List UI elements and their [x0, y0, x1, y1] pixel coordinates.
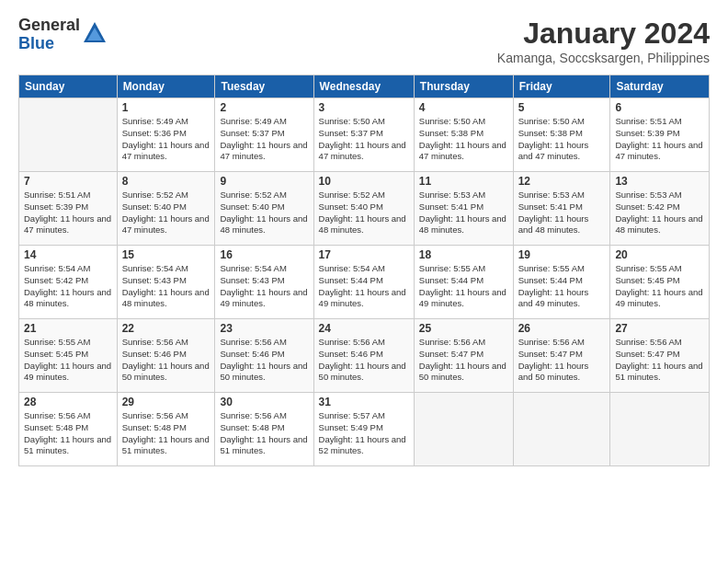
calendar-day: 15 Sunrise: 5:54 AMSunset: 5:43 PMDaylig… — [117, 246, 215, 319]
day-number: 14 — [24, 248, 112, 261]
calendar-day — [610, 393, 710, 466]
day-number: 27 — [615, 322, 704, 335]
day-number: 31 — [319, 396, 409, 408]
month-title: January 2024 — [497, 17, 710, 51]
day-info: Sunrise: 5:52 AMSunset: 5:40 PMDaylight:… — [122, 190, 210, 235]
calendar-day: 23 Sunrise: 5:56 AMSunset: 5:46 PMDaylig… — [215, 319, 313, 393]
calendar-day: 30 Sunrise: 5:56 AMSunset: 5:48 PMDaylig… — [215, 393, 313, 466]
calendar-day: 24 Sunrise: 5:56 AMSunset: 5:46 PMDaylig… — [313, 319, 414, 393]
day-number: 19 — [518, 248, 606, 261]
day-info: Sunrise: 5:56 AMSunset: 5:46 PMDaylight:… — [319, 337, 406, 382]
calendar-day: 31 Sunrise: 5:57 AMSunset: 5:49 PMDaylig… — [313, 393, 414, 466]
calendar-day: 12 Sunrise: 5:53 AMSunset: 5:41 PMDaylig… — [513, 172, 610, 246]
col-monday: Monday — [117, 75, 215, 98]
calendar-day: 13 Sunrise: 5:53 AMSunset: 5:42 PMDaylig… — [610, 172, 710, 246]
calendar-day: 8 Sunrise: 5:52 AMSunset: 5:40 PMDayligh… — [117, 172, 215, 246]
day-info: Sunrise: 5:56 AMSunset: 5:47 PMDaylight:… — [518, 337, 589, 382]
header: General Blue January 2024 Kamanga, Soccs… — [18, 17, 710, 65]
logo-icon — [82, 20, 108, 46]
col-thursday: Thursday — [414, 75, 513, 98]
day-number: 5 — [518, 101, 606, 114]
day-number: 21 — [24, 322, 112, 335]
day-info: Sunrise: 5:50 AMSunset: 5:38 PMDaylight:… — [518, 116, 589, 161]
calendar-day — [19, 98, 118, 172]
day-number: 26 — [518, 322, 606, 335]
day-info: Sunrise: 5:54 AMSunset: 5:44 PMDaylight:… — [319, 263, 406, 308]
day-info: Sunrise: 5:56 AMSunset: 5:48 PMDaylight:… — [220, 410, 307, 455]
calendar-day — [513, 393, 610, 466]
day-number: 25 — [419, 322, 508, 335]
day-number: 15 — [122, 248, 210, 261]
calendar-day: 7 Sunrise: 5:51 AMSunset: 5:39 PMDayligh… — [19, 172, 118, 246]
calendar-week-1: 1 Sunrise: 5:49 AMSunset: 5:36 PMDayligh… — [19, 98, 710, 172]
calendar-day: 4 Sunrise: 5:50 AMSunset: 5:38 PMDayligh… — [414, 98, 513, 172]
day-info: Sunrise: 5:54 AMSunset: 5:42 PMDaylight:… — [24, 263, 111, 308]
calendar: Sunday Monday Tuesday Wednesday Thursday… — [18, 75, 710, 466]
day-info: Sunrise: 5:56 AMSunset: 5:48 PMDaylight:… — [122, 410, 210, 455]
day-number: 22 — [122, 322, 210, 335]
calendar-day: 5 Sunrise: 5:50 AMSunset: 5:38 PMDayligh… — [513, 98, 610, 172]
calendar-week-4: 21 Sunrise: 5:55 AMSunset: 5:45 PMDaylig… — [19, 319, 710, 393]
calendar-day: 25 Sunrise: 5:56 AMSunset: 5:47 PMDaylig… — [414, 319, 513, 393]
calendar-day: 10 Sunrise: 5:52 AMSunset: 5:40 PMDaylig… — [313, 172, 414, 246]
calendar-week-3: 14 Sunrise: 5:54 AMSunset: 5:42 PMDaylig… — [19, 246, 710, 319]
day-info: Sunrise: 5:57 AMSunset: 5:49 PMDaylight:… — [319, 410, 406, 455]
day-number: 17 — [319, 248, 409, 261]
day-number: 23 — [220, 322, 308, 335]
day-info: Sunrise: 5:49 AMSunset: 5:36 PMDaylight:… — [122, 116, 210, 161]
day-number: 2 — [220, 101, 308, 114]
day-info: Sunrise: 5:55 AMSunset: 5:44 PMDaylight:… — [518, 263, 589, 308]
day-number: 29 — [122, 396, 210, 408]
day-info: Sunrise: 5:51 AMSunset: 5:39 PMDaylight:… — [615, 116, 702, 161]
title-block: January 2024 Kamanga, Soccsksargen, Phil… — [497, 17, 710, 65]
col-saturday: Saturday — [610, 75, 710, 98]
day-number: 8 — [122, 175, 210, 188]
calendar-day: 21 Sunrise: 5:55 AMSunset: 5:45 PMDaylig… — [19, 319, 118, 393]
calendar-day: 26 Sunrise: 5:56 AMSunset: 5:47 PMDaylig… — [513, 319, 610, 393]
day-number: 6 — [615, 101, 704, 114]
day-number: 10 — [319, 175, 409, 188]
col-wednesday: Wednesday — [313, 75, 414, 98]
calendar-day: 22 Sunrise: 5:56 AMSunset: 5:46 PMDaylig… — [117, 319, 215, 393]
calendar-week-5: 28 Sunrise: 5:56 AMSunset: 5:48 PMDaylig… — [19, 393, 710, 466]
day-info: Sunrise: 5:49 AMSunset: 5:37 PMDaylight:… — [220, 116, 307, 161]
day-number: 16 — [220, 248, 308, 261]
day-info: Sunrise: 5:51 AMSunset: 5:39 PMDaylight:… — [24, 190, 111, 235]
day-number: 13 — [615, 175, 704, 188]
day-number: 28 — [24, 396, 112, 408]
calendar-day: 3 Sunrise: 5:50 AMSunset: 5:37 PMDayligh… — [313, 98, 414, 172]
calendar-day: 9 Sunrise: 5:52 AMSunset: 5:40 PMDayligh… — [215, 172, 313, 246]
day-number: 1 — [122, 101, 210, 114]
day-info: Sunrise: 5:52 AMSunset: 5:40 PMDaylight:… — [319, 190, 406, 235]
calendar-day: 14 Sunrise: 5:54 AMSunset: 5:42 PMDaylig… — [19, 246, 118, 319]
calendar-week-2: 7 Sunrise: 5:51 AMSunset: 5:39 PMDayligh… — [19, 172, 710, 246]
day-info: Sunrise: 5:53 AMSunset: 5:41 PMDaylight:… — [518, 190, 589, 235]
location: Kamanga, Soccsksargen, Philippines — [497, 51, 710, 65]
calendar-day: 11 Sunrise: 5:53 AMSunset: 5:41 PMDaylig… — [414, 172, 513, 246]
day-info: Sunrise: 5:55 AMSunset: 5:45 PMDaylight:… — [24, 337, 111, 382]
day-info: Sunrise: 5:53 AMSunset: 5:42 PMDaylight:… — [615, 190, 702, 235]
day-number: 3 — [319, 101, 409, 114]
calendar-day: 6 Sunrise: 5:51 AMSunset: 5:39 PMDayligh… — [610, 98, 710, 172]
day-number: 20 — [615, 248, 704, 261]
calendar-header-row: Sunday Monday Tuesday Wednesday Thursday… — [19, 75, 710, 98]
day-number: 24 — [319, 322, 409, 335]
col-friday: Friday — [513, 75, 610, 98]
day-number: 30 — [220, 396, 308, 408]
col-tuesday: Tuesday — [215, 75, 313, 98]
calendar-day: 29 Sunrise: 5:56 AMSunset: 5:48 PMDaylig… — [117, 393, 215, 466]
day-info: Sunrise: 5:56 AMSunset: 5:47 PMDaylight:… — [615, 337, 702, 382]
day-info: Sunrise: 5:56 AMSunset: 5:47 PMDaylight:… — [419, 337, 506, 382]
day-number: 7 — [24, 175, 112, 188]
calendar-day: 20 Sunrise: 5:55 AMSunset: 5:45 PMDaylig… — [610, 246, 710, 319]
calendar-day: 28 Sunrise: 5:56 AMSunset: 5:48 PMDaylig… — [19, 393, 118, 466]
day-info: Sunrise: 5:54 AMSunset: 5:43 PMDaylight:… — [220, 263, 307, 308]
day-number: 11 — [419, 175, 508, 188]
day-info: Sunrise: 5:54 AMSunset: 5:43 PMDaylight:… — [122, 263, 210, 308]
day-info: Sunrise: 5:55 AMSunset: 5:45 PMDaylight:… — [615, 263, 702, 308]
day-number: 9 — [220, 175, 308, 188]
logo: General Blue — [18, 17, 108, 53]
calendar-day: 16 Sunrise: 5:54 AMSunset: 5:43 PMDaylig… — [215, 246, 313, 319]
day-info: Sunrise: 5:50 AMSunset: 5:37 PMDaylight:… — [319, 116, 406, 161]
day-number: 18 — [419, 248, 508, 261]
